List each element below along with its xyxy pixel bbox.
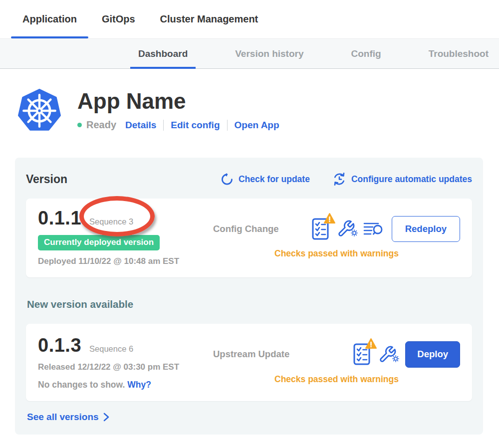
app-header: App Name Ready Details Edit config Open … [17,89,499,133]
current-version-card: 0.1.1 Sequence 3 Currently deployed vers… [26,199,472,277]
current-version-sequence: Sequence 3 [89,217,133,226]
version-section-header: Version Check for update [26,172,472,187]
new-version-heading: New version available [27,298,472,310]
secondary-nav: Dashboard Version history Config Trouble… [0,38,499,69]
gear-icon [351,229,358,238]
version-heading: Version [26,173,67,186]
version-section: Version Check for update [15,158,483,435]
version-source-label: Config Change [213,224,279,234]
tab-troubleshoot[interactable]: Troubleshoot [421,39,497,68]
version-actions: Check for update Configure automatic upd… [221,172,472,187]
kubernetes-logo-icon [17,89,61,133]
tab-gitops[interactable]: GitOps [90,0,147,38]
new-version-info: 0.1.3 Sequence 6 Released 12/12/22 @ 03:… [38,336,213,390]
currently-deployed-badge: Currently deployed version [38,235,160,250]
status-badge: Ready [86,119,116,131]
why-link[interactable]: Why? [127,380,151,390]
new-version-actions: Upstream Update [213,336,460,390]
edit-config-icon[interactable] [337,220,355,238]
new-version-card: 0.1.3 Sequence 6 Released 12/12/22 @ 03:… [26,324,472,401]
details-link[interactable]: Details [125,120,156,131]
view-files-icon[interactable] [363,222,383,236]
edit-config-link[interactable]: Edit config [171,120,220,131]
page-title: App Name [77,90,279,113]
tab-dashboard[interactable]: Dashboard [130,39,196,68]
edit-config-icon[interactable] [378,345,397,364]
current-version-actions: Config Change [213,209,460,266]
app-header-text: App Name Ready Details Edit config Open … [77,89,279,133]
new-version-number: 0.1.3 [38,336,81,356]
divider [163,120,164,131]
redeploy-button[interactable]: Redeploy [392,216,460,242]
checks-status-text: Checks passed with warnings [213,374,460,385]
chevron-right-icon [103,413,110,422]
check-for-update-link[interactable]: Check for update [221,173,310,186]
new-version-row: 0.1.3 Sequence 6 [38,336,213,356]
deploy-button[interactable]: Deploy [405,341,460,368]
preflight-checks-icon[interactable] [353,343,370,365]
primary-nav: Application GitOps Cluster Management [0,0,499,38]
no-changes-text: No changes to show. [38,380,125,390]
current-version-row: 0.1.1 Sequence 3 [38,209,213,228]
version-source-label: Upstream Update [213,349,289,360]
warning-triangle-icon [365,338,377,351]
current-version-number: 0.1.1 [38,209,81,228]
current-version-info: 0.1.1 Sequence 3 Currently deployed vers… [38,209,213,266]
divider [227,120,228,131]
gear-icon [392,355,399,364]
see-all-versions-label: See all versions [27,412,99,423]
configure-automatic-updates-label: Configure automatic updates [351,174,472,185]
status-ready-dot-icon [77,123,82,127]
check-for-update-label: Check for update [239,174,310,185]
refresh-icon [221,173,234,186]
checks-status-text: Checks passed with warnings [213,248,460,259]
version-check-icons [312,218,383,240]
released-timestamp: Released 12/12/22 @ 03:30 pm EST [38,362,213,372]
open-app-link[interactable]: Open App [235,120,279,131]
changes-note: No changes to show. Why? [38,380,213,390]
version-check-icons [353,343,397,365]
tab-application[interactable]: Application [11,0,88,38]
tab-cluster-management[interactable]: Cluster Management [149,0,270,38]
see-all-versions-link[interactable]: See all versions [27,412,472,423]
configure-automatic-updates-link[interactable]: Configure automatic updates [332,172,472,187]
app-status-row: Ready Details Edit config Open App [77,119,279,131]
preflight-checks-icon[interactable] [312,218,329,240]
tab-config[interactable]: Config [343,39,389,68]
auto-update-clock-icon [332,172,347,187]
new-version-sequence: Sequence 6 [89,344,133,354]
warning-triangle-icon [324,213,335,225]
tab-version-history[interactable]: Version history [227,39,311,68]
deployed-timestamp: Deployed 11/10/22 @ 10:48 am EST [38,256,213,266]
